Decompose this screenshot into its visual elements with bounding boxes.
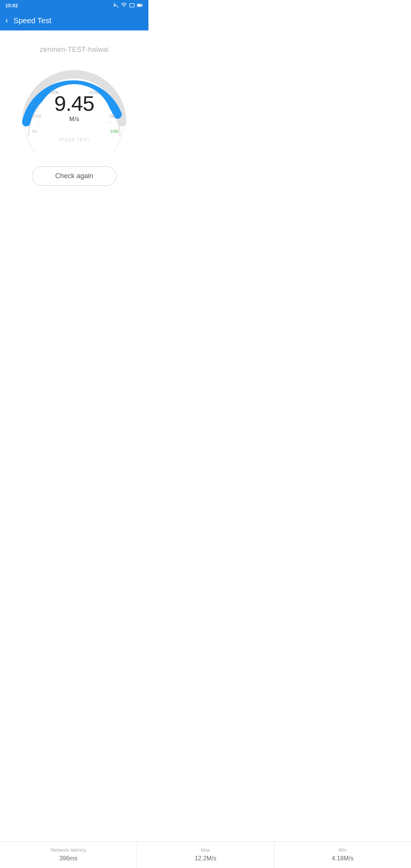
mute-icon (113, 2, 119, 8)
top-bar: ‹ Speed Test (0, 11, 148, 30)
page-title: Speed Test (13, 16, 51, 25)
speed-number: 9.45 (54, 93, 94, 114)
svg-rect-2 (138, 5, 141, 6)
check-again-button[interactable]: Check again (32, 166, 116, 186)
wifi-icon (121, 2, 127, 8)
back-button[interactable]: ‹ (5, 16, 8, 25)
status-icons (113, 2, 143, 8)
status-bar: 15:02 (0, 0, 148, 11)
svg-text:0K: 0K (32, 129, 37, 134)
screen-icon (129, 2, 135, 8)
speed-display: 9.45 M/s (54, 93, 94, 123)
svg-rect-0 (130, 3, 134, 7)
speedometer: 0K 150K 300K 450K 1M 10M SPEED TEST 9.45… (17, 65, 131, 153)
svg-text:10M: 10M (110, 129, 118, 134)
svg-text:SPEED TEST: SPEED TEST (59, 138, 90, 142)
network-name: zenmen-TEST-haiwai (40, 46, 108, 54)
main-content: zenmen-TEST-haiwai (0, 30, 148, 201)
battery-icon (137, 2, 143, 8)
speed-unit: M/s (54, 116, 94, 123)
svg-text:1M: 1M (109, 114, 115, 118)
svg-text:150K: 150K (32, 114, 42, 118)
status-time: 15:02 (5, 3, 18, 8)
